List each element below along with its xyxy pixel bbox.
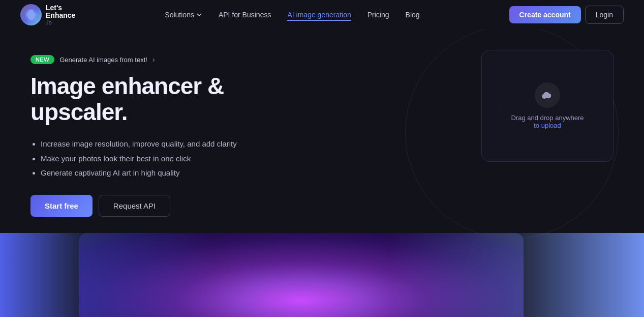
nav-ai-generation[interactable]: AI image generation bbox=[287, 10, 351, 19]
list-item: Make your photos look their best in one … bbox=[41, 152, 295, 166]
hero-content: NEW Generate AI images from text! › Imag… bbox=[30, 55, 295, 217]
nav-api-business[interactable]: API for Business bbox=[219, 10, 271, 19]
api-business-link[interactable]: API for Business bbox=[219, 11, 271, 19]
login-button[interactable]: Login bbox=[585, 6, 624, 24]
upload-icon-container bbox=[535, 82, 560, 108]
hero-title: Image enhancer & upscaler. bbox=[30, 73, 295, 125]
blog-link[interactable]: Blog bbox=[406, 11, 420, 19]
main-nav: Let'sEnhance .io Solutions API for Busin… bbox=[0, 0, 644, 30]
nav-links: Solutions API for Business AI image gene… bbox=[165, 10, 419, 19]
nav-solutions[interactable]: Solutions bbox=[165, 11, 202, 19]
start-free-button[interactable]: Start free bbox=[30, 195, 93, 217]
logo-text: Let'sEnhance .io bbox=[46, 4, 75, 26]
hero-section: NEW Generate AI images from text! › Imag… bbox=[0, 30, 644, 233]
create-account-button[interactable]: Create account bbox=[509, 6, 581, 23]
bottom-preview-strip bbox=[79, 233, 524, 317]
nav-pricing[interactable]: Pricing bbox=[367, 10, 389, 19]
ai-generation-link[interactable]: AI image generation bbox=[287, 11, 351, 21]
new-badge-text: Generate AI images from text! bbox=[59, 56, 147, 64]
logo-icon bbox=[20, 4, 42, 25]
new-badge: NEW bbox=[30, 55, 54, 64]
new-badge-row: NEW Generate AI images from text! › bbox=[30, 55, 295, 64]
svg-point-2 bbox=[26, 12, 36, 18]
arrow-icon: › bbox=[152, 55, 155, 64]
hero-buttons: Start free Request API bbox=[30, 195, 295, 217]
upload-text: Drag and drop anywhere to upload bbox=[511, 114, 584, 129]
logo-name: Let'sEnhance bbox=[46, 4, 75, 20]
logo[interactable]: Let'sEnhance .io bbox=[20, 4, 75, 26]
preview-gradient bbox=[79, 233, 524, 317]
chevron-down-icon bbox=[196, 12, 202, 18]
upload-cloud-icon bbox=[541, 89, 554, 102]
list-item: Increase image resolution, improve quali… bbox=[41, 137, 295, 152]
nav-blog[interactable]: Blog bbox=[406, 10, 420, 19]
hero-list: Increase image resolution, improve quali… bbox=[30, 137, 295, 181]
nav-actions: Create account Login bbox=[509, 6, 624, 24]
upload-area[interactable]: Drag and drop anywhere to upload bbox=[481, 50, 614, 162]
solutions-link[interactable]: Solutions bbox=[165, 11, 202, 19]
list-item: Generate captivating AI art in high qual… bbox=[41, 166, 295, 181]
logo-domain: .io bbox=[46, 19, 75, 25]
pricing-link[interactable]: Pricing bbox=[367, 11, 389, 19]
request-api-button[interactable]: Request API bbox=[99, 195, 170, 217]
upload-link[interactable]: to upload bbox=[534, 122, 561, 129]
